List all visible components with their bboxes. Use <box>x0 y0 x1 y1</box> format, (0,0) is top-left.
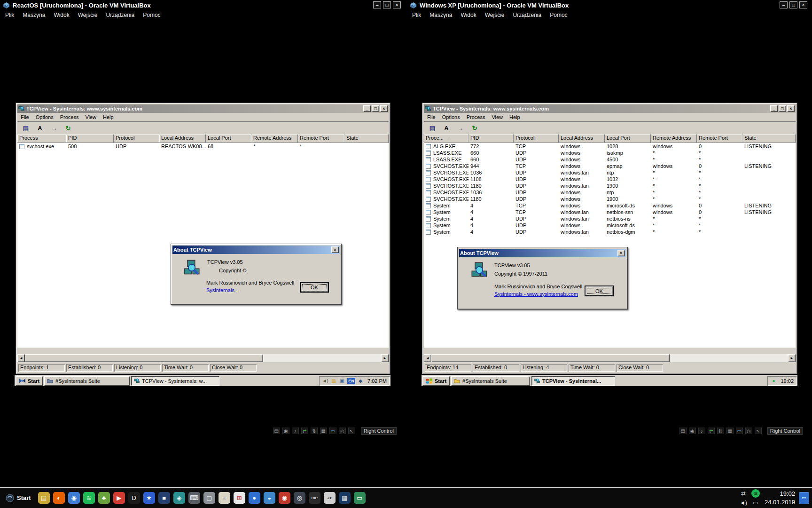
menu-item[interactable]: View <box>82 113 100 121</box>
column-header[interactable]: PID <box>66 135 114 143</box>
vm-menu-item[interactable]: Widok <box>49 11 73 19</box>
rip-tool-icon[interactable]: RIP <box>309 492 320 504</box>
red-media-app-icon[interactable]: ▶ <box>113 492 125 504</box>
green-leaf-app-icon[interactable]: ♣ <box>98 492 110 504</box>
column-header[interactable]: State <box>344 135 389 143</box>
blue-circle-app-icon[interactable]: ● <box>249 492 260 504</box>
ok-button[interactable]: OK <box>300 282 329 293</box>
table-row[interactable]: SVCHOST.EXE 1180 UDP windows.lan 1900 * … <box>424 183 796 189</box>
vbox-guest-icon[interactable]: ◆ <box>357 378 364 384</box>
red-badge-app-icon[interactable]: ◉ <box>279 492 290 504</box>
display-icon[interactable]: ▭ <box>329 428 336 434</box>
taskbar-task-tcpview[interactable]: TCPView - Sysinternals: w... <box>131 376 219 386</box>
scrollbar-thumb[interactable] <box>431 354 670 362</box>
shared-folders-icon[interactable]: ▦ <box>320 428 327 434</box>
vm-menu-item[interactable]: Maszyna <box>425 11 456 19</box>
tcpview-titlebar[interactable]: TCPView - Sysinternals: www.sysinternals… <box>17 104 389 113</box>
volume-icon[interactable]: ◄) <box>738 498 749 507</box>
vm-titlebar[interactable]: ReactOS [Uruchomiona] - Oracle VM Virtua… <box>0 0 403 10</box>
sysinternals-link[interactable]: Sysinternals - <box>206 287 238 293</box>
horizontal-scrollbar[interactable]: ◄ ► <box>424 354 796 362</box>
save-icon[interactable]: ▤ <box>428 124 437 133</box>
resolve-addresses-icon[interactable]: → <box>49 124 59 133</box>
usb-device-icon[interactable]: ⇄ <box>738 489 749 498</box>
vm-menu-item[interactable]: Pomoc <box>139 11 164 19</box>
vm-menu-item[interactable]: Urządzenia <box>102 11 139 19</box>
language-indicator[interactable]: EN <box>347 378 355 384</box>
table-row[interactable]: SVCHOST.EXE 1036 UDP windows ntp * * <box>424 189 796 196</box>
keyboard-tool-icon[interactable]: ⌨ <box>188 492 200 504</box>
display-tool-icon[interactable]: ▭ <box>354 492 366 504</box>
about-titlebar[interactable]: About TCPView × <box>459 249 626 257</box>
camera-app-icon[interactable]: ◎ <box>294 492 305 504</box>
column-header[interactable]: Protocol <box>514 135 559 143</box>
blue-star-app-icon[interactable]: ★ <box>143 492 155 504</box>
column-header[interactable]: Remote Port <box>298 135 344 143</box>
web-browser-icon[interactable]: ◉ <box>68 492 80 504</box>
menu-item[interactable]: Help <box>506 113 523 121</box>
recording-icon[interactable]: ◎ <box>745 428 752 434</box>
column-header[interactable]: Local Port <box>605 135 651 143</box>
menu-item[interactable]: Process <box>463 113 489 121</box>
vm-menu-item[interactable]: Widok <box>456 11 480 19</box>
close-button[interactable]: × <box>393 1 401 8</box>
start-button[interactable]: Start <box>422 376 450 386</box>
display-icon[interactable]: ▭ <box>736 428 743 434</box>
minimize-button[interactable]: – <box>373 1 381 8</box>
d-letter-app-icon[interactable]: D <box>128 492 140 504</box>
close-icon[interactable]: × <box>617 250 625 256</box>
show-desktop-button[interactable]: ▭ <box>799 492 809 504</box>
blue-app-icon[interactable]: ◒ <box>264 492 275 504</box>
file-manager-icon[interactable]: ▤ <box>38 492 50 504</box>
mouse-integration-icon[interactable]: ↖ <box>348 428 355 434</box>
notes-app-icon[interactable]: ≡ <box>219 492 230 504</box>
taskbar-task-sysinternals-suite[interactable]: #SysInternals Suite <box>451 376 530 386</box>
firefox-icon[interactable]: ◐ <box>53 492 65 504</box>
spotify-tray-icon[interactable]: ≋ <box>751 489 760 498</box>
close-button[interactable]: × <box>799 1 807 8</box>
refresh-icon[interactable]: ↻ <box>63 124 73 133</box>
network-icon[interactable]: ▣ <box>339 378 345 384</box>
green-status-icon[interactable]: ● <box>770 378 777 384</box>
scroll-right-button[interactable]: ► <box>788 354 796 362</box>
column-header[interactable]: Remote Port <box>697 135 742 143</box>
minimize-button[interactable]: – <box>780 1 788 8</box>
optical-disk-icon[interactable]: ◉ <box>282 428 289 434</box>
column-header[interactable]: Remote Address <box>251 135 298 143</box>
spotify-icon[interactable]: ≋ <box>83 492 95 504</box>
close-button[interactable]: × <box>380 105 388 112</box>
table-row[interactable]: System 4 TCP windows.lan netbios-ssn win… <box>424 209 796 215</box>
hard-disk-icon[interactable]: ▤ <box>679 428 687 434</box>
display-tray-icon[interactable]: ▭ <box>750 498 761 507</box>
audio-icon[interactable]: ♪ <box>698 428 705 434</box>
table-row[interactable]: svchost.exe 508 UDP REACTOS-WK08... 68 *… <box>17 143 389 150</box>
vm-menu-item[interactable]: Plik <box>1 11 18 19</box>
clock[interactable]: 7:02 PM <box>367 378 387 384</box>
host-start-button[interactable]: Start <box>3 490 34 506</box>
ok-button[interactable]: OK <box>585 286 614 296</box>
vm-menu-item[interactable]: Urządzenia <box>509 11 546 19</box>
scroll-left-button[interactable]: ◄ <box>424 354 431 362</box>
maximize-button[interactable]: □ <box>789 1 797 8</box>
table-row[interactable]: SVCHOST.EXE 1108 UDP windows 1032 * * <box>424 176 796 183</box>
column-header[interactable]: Proce...△ <box>424 135 468 143</box>
column-header[interactable]: Local Address <box>559 135 605 143</box>
horizontal-scrollbar[interactable]: ◄ ► <box>17 354 389 362</box>
menu-item[interactable]: Options <box>32 113 57 121</box>
menu-item[interactable]: Options <box>439 113 463 121</box>
virtualbox-icon[interactable]: ▦ <box>339 492 351 504</box>
column-header[interactable]: Process <box>17 135 66 143</box>
column-header[interactable]: State <box>742 135 796 143</box>
scrollbar-thumb[interactable] <box>25 354 263 362</box>
table-row[interactable]: LSASS.EXE 660 UDP windows 4500 * * <box>424 156 796 163</box>
column-header[interactable]: PID <box>468 135 514 143</box>
vm-titlebar[interactable]: Windows XP [Uruchomiona] - Oracle VM Vir… <box>407 0 810 10</box>
volume-icon[interactable]: ◄) <box>322 378 328 384</box>
tcpview-titlebar[interactable]: TCPView - Sysinternals: www.sysinternals… <box>424 104 796 113</box>
zz-tool-icon[interactable]: Zz <box>324 492 336 504</box>
maximize-button[interactable]: □ <box>372 105 379 112</box>
taskbar-task-sysinternals-suite[interactable]: #SysInternals Suite <box>44 376 130 386</box>
sysinternals-link[interactable]: Sysinternals - www.sysinternals.com <box>494 291 578 297</box>
font-icon[interactable]: A <box>442 124 451 133</box>
audio-icon[interactable]: ♪ <box>292 428 299 434</box>
